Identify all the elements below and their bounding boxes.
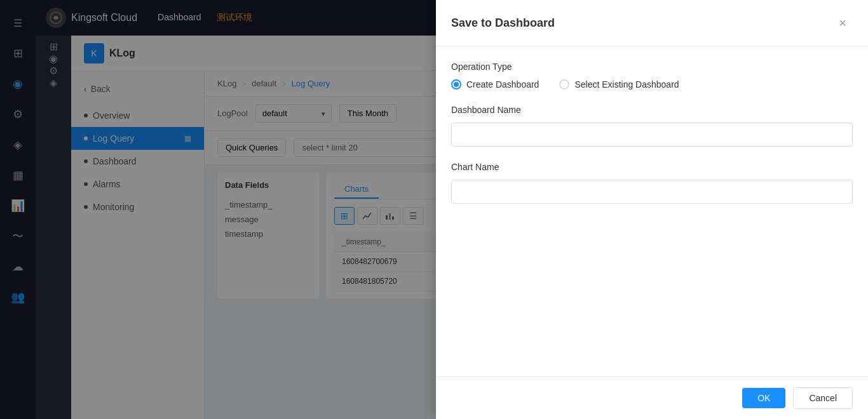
dashboard-name-section: Dashboard Name <box>451 105 853 147</box>
radio-existing-circle <box>559 79 569 90</box>
modal-body: Operation Type Create Dashboard Select E… <box>436 46 868 376</box>
modal-header: Save to Dashboard × <box>436 0 868 46</box>
chart-name-section: Chart Name <box>451 162 853 204</box>
cancel-button[interactable]: Cancel <box>793 387 853 409</box>
radio-existing-label: Select Existing Dashboard <box>574 79 679 90</box>
radio-select-existing[interactable]: Select Existing Dashboard <box>559 79 679 90</box>
operation-type-section: Operation Type Create Dashboard Select E… <box>451 62 853 90</box>
dashboard-name-label: Dashboard Name <box>451 105 853 115</box>
modal-close-button[interactable]: × <box>832 13 853 33</box>
modal-overlay: Save to Dashboard × Operation Type Creat… <box>0 0 868 419</box>
chart-name-input[interactable] <box>451 180 853 204</box>
ok-button[interactable]: OK <box>742 388 785 408</box>
radio-group: Create Dashboard Select Existing Dashboa… <box>451 79 853 90</box>
modal-panel: Save to Dashboard × Operation Type Creat… <box>436 0 868 419</box>
radio-create-circle <box>451 79 461 90</box>
modal-footer: OK Cancel <box>436 376 868 419</box>
dashboard-name-input[interactable] <box>451 123 853 147</box>
radio-create-dashboard[interactable]: Create Dashboard <box>451 79 539 90</box>
radio-create-label: Create Dashboard <box>466 79 539 90</box>
operation-type-label: Operation Type <box>451 62 853 72</box>
modal-title: Save to Dashboard <box>451 17 555 30</box>
chart-name-label: Chart Name <box>451 162 853 172</box>
